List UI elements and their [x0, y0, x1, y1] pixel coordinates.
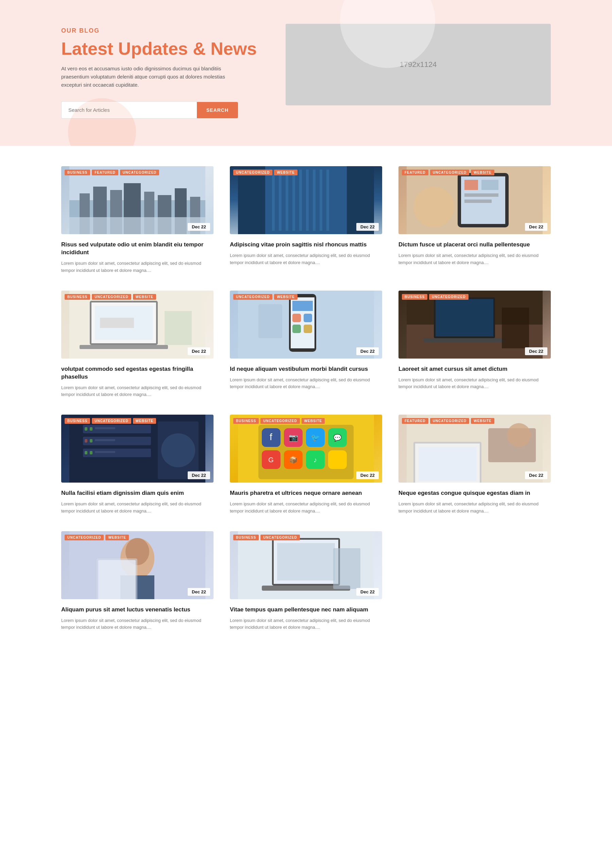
article-image: FEATUREDUNCATEGORIZEDWEBSITE Dec 22 — [398, 415, 551, 483]
article-tag: WEBSITE — [133, 294, 156, 300]
svg-rect-36 — [165, 311, 192, 345]
article-card[interactable]: BUSINESSUNCATEGORIZED Dec 22 Vitae tempu… — [230, 531, 382, 631]
hero-image-label: 1792x1124 — [400, 60, 437, 69]
article-card[interactable]: f 📷 🐦 💬 G 📦 ♪ BUSINESSUNCATEGORIZEDWEBSI… — [230, 415, 382, 515]
article-date: Dec 22 — [188, 588, 210, 596]
svg-rect-15 — [286, 170, 288, 231]
article-excerpt: Lorem ipsum dolor sit amet, consectetur … — [398, 252, 551, 267]
hero-description: At vero eos et accusamus iusto odio dign… — [61, 65, 238, 89]
svg-rect-21 — [326, 170, 329, 231]
article-tag: WEBSITE — [471, 170, 494, 175]
svg-text:💬: 💬 — [333, 434, 342, 442]
article-card[interactable]: BUSINESSFEATUREDUNCATEGORIZED Dec 22 Ris… — [61, 166, 214, 274]
article-title[interactable]: Id neque aliquam vestibulum morbi blandi… — [230, 365, 382, 373]
article-card[interactable]: BUSINESSUNCATEGORIZEDWEBSITE Dec 22 Null… — [61, 415, 214, 515]
svg-rect-18 — [306, 170, 309, 231]
svg-point-66 — [161, 433, 195, 467]
article-title[interactable]: Dictum fusce ut placerat orci nulla pell… — [398, 241, 551, 249]
article-card[interactable]: BUSINESSUNCATEGORIZEDWEBSITE Dec 22 volu… — [61, 291, 214, 398]
svg-text:G: G — [268, 456, 274, 463]
article-title[interactable]: Mauris pharetra et ultrices neque ornare… — [230, 490, 382, 497]
article-title[interactable]: Aliquam purus sit amet luctus venenatis … — [61, 606, 214, 614]
article-tag: WEBSITE — [274, 170, 298, 175]
article-date: Dec 22 — [188, 223, 210, 231]
article-image: UNCATEGORIZEDWEBSITE Dec 22 — [230, 291, 382, 358]
article-tag: UNCATEGORIZED — [233, 170, 272, 175]
article-tag: WEBSITE — [274, 294, 298, 300]
article-tags: BUSINESSUNCATEGORIZED — [230, 535, 303, 540]
article-card[interactable]: FEATUREDUNCATEGORIZEDWEBSITE Dec 22 Dict… — [398, 166, 551, 274]
article-tag: WEBSITE — [301, 418, 325, 424]
article-date: Dec 22 — [356, 471, 379, 479]
article-excerpt: Lorem ipsum dolor sit amet, consectetur … — [230, 377, 382, 391]
article-card[interactable]: UNCATEGORIZEDWEBSITE Dec 22 Adipiscing v… — [230, 166, 382, 274]
article-image: UNCATEGORIZEDWEBSITE Dec 22 — [230, 166, 382, 234]
search-button[interactable]: SEARCH — [197, 102, 238, 118]
svg-rect-14 — [279, 170, 281, 231]
article-tags: UNCATEGORIZEDWEBSITE — [61, 535, 132, 540]
svg-rect-83 — [328, 450, 347, 469]
svg-rect-25 — [464, 180, 478, 190]
article-card[interactable]: FEATUREDUNCATEGORIZEDWEBSITE Dec 22 Nequ… — [398, 415, 551, 515]
article-excerpt: Lorem ipsum dolor sit amet, consectetur … — [230, 617, 382, 631]
svg-rect-64 — [95, 451, 115, 453]
article-tags: UNCATEGORIZEDWEBSITE — [230, 294, 301, 300]
article-tag: UNCATEGORIZED — [430, 418, 469, 424]
svg-rect-43 — [292, 325, 301, 333]
svg-rect-54 — [85, 427, 87, 431]
svg-rect-50 — [424, 338, 505, 342]
article-image: BUSINESSUNCATEGORIZEDWEBSITE Dec 22 — [61, 291, 214, 358]
article-tag: WEBSITE — [106, 535, 129, 540]
article-tag: WEBSITE — [133, 418, 156, 424]
article-title[interactable]: Neque egestas congue quisque egestas dia… — [398, 490, 551, 497]
article-tag: FEATURED — [402, 418, 429, 424]
svg-rect-51 — [502, 308, 529, 348]
article-title[interactable]: Vitae tempus quam pellentesque nec nam a… — [230, 606, 382, 614]
article-tag: UNCATEGORIZED — [261, 535, 300, 540]
search-input[interactable] — [61, 101, 197, 119]
svg-rect-28 — [464, 200, 492, 203]
article-image: UNCATEGORIZEDWEBSITE Dec 22 — [61, 531, 214, 599]
article-date: Dec 22 — [188, 471, 210, 479]
article-title[interactable]: Laoreet sit amet cursus sit amet dictum — [398, 365, 551, 373]
article-excerpt: Lorem ipsum dolor sit amet, consectetur … — [61, 260, 214, 274]
article-tag: FEATURED — [402, 170, 429, 175]
article-excerpt: Lorem ipsum dolor sit amet, consectetur … — [61, 617, 214, 631]
svg-text:♪: ♪ — [314, 456, 317, 463]
article-card[interactable]: UNCATEGORIZEDWEBSITE Dec 22 Aliquam puru… — [61, 531, 214, 631]
svg-point-29 — [413, 187, 454, 227]
article-tag: BUSINESS — [402, 294, 427, 300]
article-tag: UNCATEGORIZED — [120, 170, 159, 175]
svg-point-90 — [507, 423, 531, 447]
article-card[interactable]: UNCATEGORIZEDWEBSITE Dec 22 Id neque ali… — [230, 291, 382, 398]
article-tags: BUSINESSUNCATEGORIZEDWEBSITE — [61, 294, 160, 300]
search-bar: SEARCH — [61, 101, 238, 119]
article-tag: BUSINESS — [65, 170, 90, 175]
article-title[interactable]: Risus sed vulputate odio ut enim blandit… — [61, 241, 214, 257]
article-tags: FEATUREDUNCATEGORIZEDWEBSITE — [398, 418, 498, 424]
svg-rect-58 — [85, 439, 87, 442]
article-image: BUSINESSUNCATEGORIZED Dec 22 — [230, 531, 382, 599]
svg-rect-100 — [277, 543, 335, 580]
article-tags: BUSINESSUNCATEGORIZEDWEBSITE — [230, 418, 328, 424]
svg-rect-62 — [85, 451, 87, 454]
svg-rect-17 — [299, 170, 302, 231]
svg-rect-35 — [100, 318, 134, 328]
article-excerpt: Lorem ipsum dolor sit amet, consectetur … — [61, 384, 214, 399]
article-title[interactable]: Adipiscing vitae proin sagittis nisl rho… — [230, 241, 382, 249]
article-tag: BUSINESS — [65, 294, 90, 300]
hero-title-plain: Latest Updates & — [61, 39, 210, 59]
svg-rect-49 — [435, 299, 493, 336]
article-date: Dec 22 — [356, 347, 379, 355]
svg-rect-55 — [90, 427, 92, 431]
article-image: f 📷 🐦 💬 G 📦 ♪ BUSINESSUNCATEGORIZEDWEBSI… — [230, 415, 382, 483]
article-card[interactable]: BUSINESSUNCATEGORIZED Dec 22 Laoreet sit… — [398, 291, 551, 398]
article-title[interactable]: Nulla facilisi etiam dignissim diam quis… — [61, 490, 214, 497]
svg-rect-40 — [292, 301, 313, 311]
article-image: BUSINESSUNCATEGORIZED Dec 22 — [398, 291, 551, 358]
article-date: Dec 22 — [525, 347, 547, 355]
article-title[interactable]: volutpat commodo sed egestas egestas fri… — [61, 365, 214, 381]
svg-text:📷: 📷 — [289, 433, 298, 442]
svg-rect-96 — [98, 560, 136, 599]
svg-text:📦: 📦 — [289, 456, 298, 464]
